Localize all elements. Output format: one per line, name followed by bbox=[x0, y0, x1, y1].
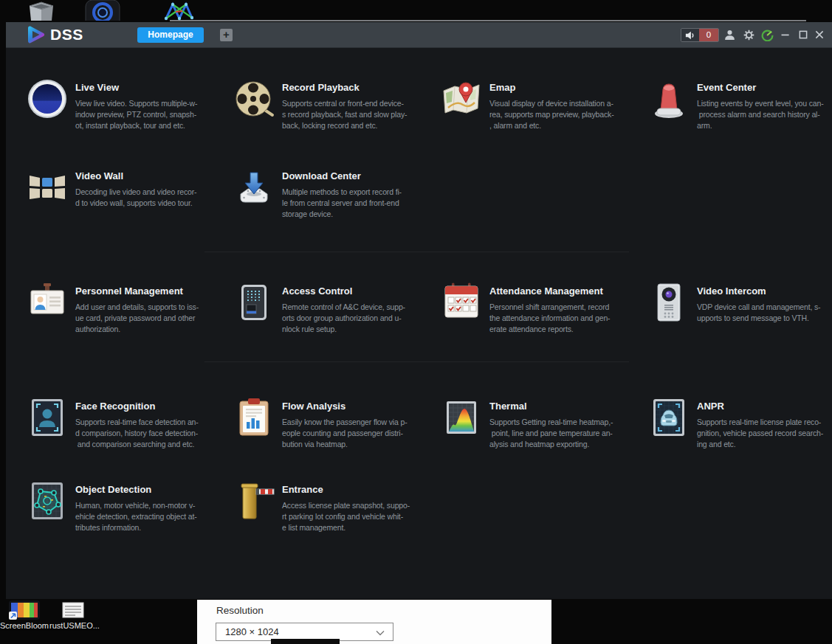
module-tile-live-view[interactable]: Live View View live video. Supports mult… bbox=[27, 78, 223, 131]
rustusmeo-label: rustUSMEO... bbox=[46, 621, 103, 630]
module-desc: Multiple methods to export record fi- le… bbox=[282, 187, 430, 220]
personnel-management-icon bbox=[27, 282, 68, 323]
camera-app-icon[interactable] bbox=[84, 0, 121, 24]
anpr-icon bbox=[648, 397, 690, 438]
network-status-icon[interactable] bbox=[760, 27, 774, 42]
module-tile-access-control[interactable]: Access Control Remote control of A&C dev… bbox=[233, 282, 430, 335]
titlebar: DSS Homepage + 0 bbox=[6, 22, 832, 48]
video-wall-icon bbox=[27, 167, 68, 208]
module-tile-anpr[interactable]: ANPR Supports real-time license plate re… bbox=[648, 397, 832, 450]
close-button[interactable] bbox=[812, 27, 827, 42]
screenbloom-label: ScreenBloom bbox=[0, 621, 47, 630]
dss-logo-icon bbox=[27, 25, 46, 44]
video-intercom-icon bbox=[648, 282, 690, 323]
module-desc: Supports Getting real-time heatmap,- poi… bbox=[489, 417, 637, 450]
logo-text: DSS bbox=[50, 26, 83, 44]
module-tile-emap[interactable]: Emap Visual display of device installati… bbox=[441, 78, 637, 131]
access-control-icon bbox=[233, 282, 275, 323]
module-desc: Decoding live video and video recor- d t… bbox=[75, 187, 223, 209]
module-title: Live View bbox=[75, 82, 223, 93]
emap-icon bbox=[441, 78, 482, 120]
face-recognition-icon bbox=[27, 397, 68, 438]
maximize-button[interactable] bbox=[796, 27, 811, 42]
resolution-panel: Resolution 1280 × 1024 bbox=[197, 600, 551, 644]
user-icon[interactable] bbox=[722, 27, 737, 42]
screen: DSS Homepage + 0 bbox=[0, 0, 832, 644]
chevron-down-icon bbox=[376, 626, 385, 639]
module-title: Face Recognition bbox=[75, 401, 223, 412]
module-title: Object Detection bbox=[75, 484, 223, 495]
module-desc: Listing events by event level, you can- … bbox=[697, 98, 832, 131]
minimize-button[interactable] bbox=[778, 27, 793, 42]
module-title: Emap bbox=[489, 82, 637, 93]
module-title: Access Control bbox=[282, 285, 430, 297]
group-divider bbox=[204, 361, 629, 362]
module-desc: Add user and details, supports to iss- u… bbox=[75, 302, 223, 335]
module-tile-flow-analysis[interactable]: Flow Analysis Easily know the passenger … bbox=[233, 397, 430, 450]
module-title: Thermal bbox=[489, 401, 637, 412]
record-playback-icon bbox=[233, 78, 275, 120]
module-tile-personnel-management[interactable]: Personnel Management Add user and detail… bbox=[27, 282, 223, 335]
module-desc: Access license plate snapshot, suppo- rt… bbox=[282, 500, 430, 533]
module-tile-event-center[interactable]: Event Center Listing events by event lev… bbox=[648, 78, 832, 131]
module-tile-record-playback[interactable]: Record Playback Supports central or fron… bbox=[233, 78, 430, 131]
module-desc: Personnel shift arrangement, record the … bbox=[489, 302, 637, 335]
module-tile-thermal[interactable]: Thermal Supports Getting real-time heatm… bbox=[441, 397, 637, 450]
module-desc: View live video. Supports multiple-w- in… bbox=[75, 98, 223, 131]
module-tile-object-detection[interactable]: Object Detection Human, motor vehicle, n… bbox=[27, 480, 223, 533]
module-desc: VDP device call and management, s- uppor… bbox=[697, 302, 832, 324]
dss-logo: DSS bbox=[27, 25, 83, 44]
speaker-icon bbox=[681, 29, 699, 41]
module-title: Flow Analysis bbox=[282, 401, 430, 412]
dss-window: DSS Homepage + 0 bbox=[6, 22, 832, 599]
module-title: Video Intercom bbox=[697, 285, 832, 297]
module-title: Attendance Management bbox=[489, 285, 637, 297]
module-tile-video-intercom[interactable]: Video Intercom VDP device call and manag… bbox=[648, 282, 832, 324]
module-desc: Supports real-time face detection an- d … bbox=[75, 417, 223, 450]
module-desc: Easily know the passenger flow via p- eo… bbox=[282, 417, 430, 450]
module-desc: Remote control of A&C device, supp- orts… bbox=[282, 302, 430, 335]
module-desc: Supports central or front-end device- s … bbox=[282, 98, 430, 131]
rustusmeo-shortcut[interactable] bbox=[62, 602, 84, 621]
object-detection-icon bbox=[27, 480, 68, 522]
module-title: Entrance bbox=[282, 484, 430, 495]
screenbloom-shortcut[interactable] bbox=[9, 600, 40, 623]
module-title: Record Playback bbox=[282, 82, 430, 93]
event-center-icon bbox=[648, 78, 690, 120]
module-title: Video Wall bbox=[75, 170, 223, 181]
gear-icon[interactable] bbox=[741, 27, 756, 42]
resolution-value: 1280 × 1024 bbox=[225, 626, 376, 637]
alarm-count-badge: 0 bbox=[699, 29, 718, 41]
module-title: Event Center bbox=[697, 82, 832, 93]
module-desc: Human, motor vehicle, non-motor v- ehicl… bbox=[75, 500, 223, 533]
thermal-icon bbox=[441, 397, 482, 438]
module-tile-attendance-management[interactable]: Attendance Management Personnel shift ar… bbox=[441, 282, 637, 335]
module-desc: Visual display of device installation a-… bbox=[489, 98, 637, 131]
download-center-icon bbox=[233, 167, 275, 208]
module-tile-download-center[interactable]: Download Center Multiple methods to expo… bbox=[233, 167, 430, 220]
attendance-management-icon bbox=[441, 282, 482, 323]
resolution-label: Resolution bbox=[216, 605, 264, 616]
entrance-icon bbox=[233, 480, 275, 522]
alarm-indicator[interactable]: 0 bbox=[681, 28, 719, 42]
bottom-window-edge bbox=[271, 639, 340, 644]
live-view-icon bbox=[27, 78, 68, 120]
module-title: Personnel Management bbox=[75, 285, 223, 297]
module-tile-entrance[interactable]: Entrance Access license plate snapshot, … bbox=[233, 480, 430, 533]
group-divider bbox=[204, 252, 629, 252]
add-tab-button[interactable]: + bbox=[220, 29, 233, 41]
tab-homepage[interactable]: Homepage bbox=[137, 27, 204, 43]
module-title: ANPR bbox=[697, 401, 832, 412]
module-title: Download Center bbox=[282, 170, 430, 181]
module-desc: Supports real-time license plate reco- g… bbox=[697, 417, 832, 450]
window-top-edge bbox=[170, 20, 806, 21]
recycle-bin-icon[interactable] bbox=[24, 0, 59, 24]
flow-analysis-icon bbox=[233, 397, 275, 438]
module-tile-face-recognition[interactable]: Face Recognition Supports real-time face… bbox=[27, 397, 223, 450]
module-tile-video-wall[interactable]: Video Wall Decoding live video and video… bbox=[27, 167, 223, 209]
